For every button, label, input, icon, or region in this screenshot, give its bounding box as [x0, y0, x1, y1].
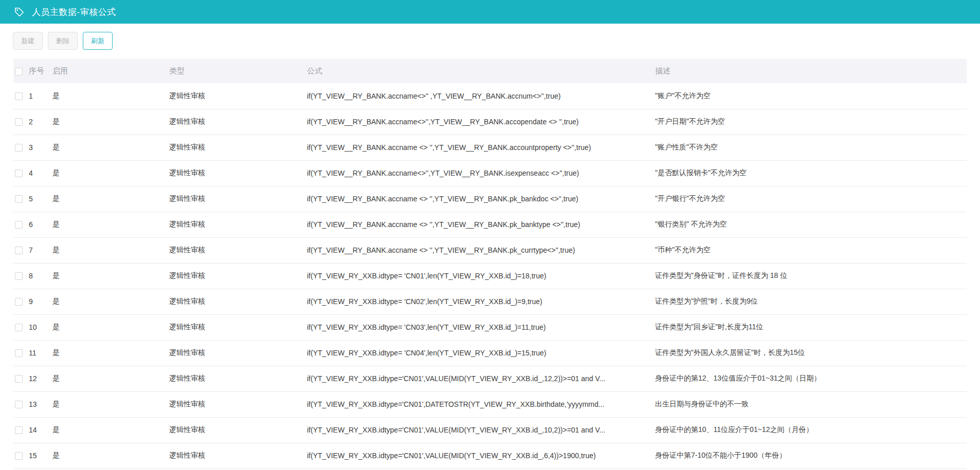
row-checkbox[interactable] [15, 324, 23, 331]
cell-no: 8 [29, 263, 52, 289]
cell-formula: if(YT_VIEW__RY_BANK.accname <> '',YT_VIE… [307, 135, 655, 160]
table-row[interactable]: 13是逻辑性审核if(YT_VIEW_RY_XXB.idtype='CN01',… [13, 391, 967, 417]
table-row[interactable]: 11是逻辑性审核if(YT_VIEW_RY_XXB.idtype= 'CN04'… [13, 340, 967, 366]
cell-enabled: 是 [52, 212, 169, 237]
table-row[interactable]: 2是逻辑性审核if(YT_VIEW__RY_BANK.accname<>'',Y… [13, 109, 967, 135]
cell-desc: 证件类型为"护照"时，长度为9位 [655, 289, 967, 314]
cell-desc: "账户性质"不许为空 [655, 135, 967, 160]
cell-no: 15 [29, 443, 52, 468]
cell-formula: if(YT_VIEW__RY_BANK.accname <> '',YT_VIE… [307, 212, 655, 237]
column-header-formula: 公式 [307, 59, 655, 83]
row-checkbox[interactable] [15, 426, 23, 434]
cell-formula: if(YT_VIEW__RY_BANK.accname<>'',YT_VIEW_… [307, 109, 655, 135]
table-row[interactable]: 10是逻辑性审核if(YT_VIEW_RY_XXB.idtype= 'CN03'… [13, 314, 967, 340]
cell-checkbox [13, 366, 29, 391]
row-checkbox[interactable] [15, 221, 23, 229]
cell-formula: if(YT_VIEW_RY_XXB.idtype='CN01',DATETOST… [307, 391, 655, 417]
cell-enabled: 是 [52, 109, 169, 135]
table-row[interactable]: 1是逻辑性审核if(YT_VIEW__RY_BANK.accname<>'' ,… [13, 83, 967, 109]
table-row[interactable]: 4是逻辑性审核if(YT_VIEW__RY_BANK.accname<>'',Y… [13, 160, 967, 186]
cell-checkbox [13, 340, 29, 366]
row-checkbox[interactable] [15, 349, 23, 357]
row-checkbox[interactable] [15, 170, 23, 177]
cell-type: 逻辑性审核 [169, 366, 307, 391]
table-row[interactable]: 14是逻辑性审核if(YT_VIEW_RY_XXB.idtype='CN01',… [13, 417, 967, 443]
cell-formula: if(YT_VIEW_RY_XXB.idtype='CN01',VALUE(MI… [307, 417, 655, 443]
table-row[interactable]: 6是逻辑性审核if(YT_VIEW__RY_BANK.accname <> ''… [13, 212, 967, 237]
formula-table: 序号 启用 类型 公式 描述 1是逻辑性审核if(YT_VIEW__RY_BAN… [13, 59, 967, 469]
column-header-enabled: 启用 [52, 59, 169, 83]
row-checkbox[interactable] [15, 375, 23, 383]
table-body: 1是逻辑性审核if(YT_VIEW__RY_BANK.accname<>'' ,… [13, 83, 967, 468]
cell-enabled: 是 [52, 289, 169, 314]
cell-no: 11 [29, 340, 52, 366]
cell-formula: if(YT_VIEW_RY_XXB.idtype= 'CN03',len(YT_… [307, 314, 655, 340]
refresh-button[interactable]: 刷新 [83, 32, 113, 50]
cell-desc: "账户"不允许为空 [655, 83, 967, 109]
row-checkbox[interactable] [15, 144, 23, 152]
table-row[interactable]: 12是逻辑性审核if(YT_VIEW_RY_XXB.idtype='CN01',… [13, 366, 967, 391]
table-row[interactable]: 8是逻辑性审核if(YT_VIEW_RY_XXB.idtype= 'CN01',… [13, 263, 967, 289]
cell-checkbox [13, 186, 29, 212]
cell-checkbox [13, 391, 29, 417]
cell-type: 逻辑性审核 [169, 340, 307, 366]
cell-type: 逻辑性审核 [169, 443, 307, 468]
cell-formula: if(YT_VIEW__RY_BANK.accname<>'' ,YT_VIEW… [307, 83, 655, 109]
column-header-type: 类型 [169, 59, 307, 83]
row-checkbox[interactable] [15, 452, 23, 460]
tag-icon [14, 7, 25, 17]
toolbar: 新建 删除 刷新 [13, 32, 118, 50]
cell-type: 逻辑性审核 [169, 109, 307, 135]
delete-button[interactable]: 删除 [48, 32, 78, 50]
row-checkbox[interactable] [15, 195, 23, 203]
cell-checkbox [13, 212, 29, 237]
row-checkbox[interactable] [15, 118, 23, 126]
cell-type: 逻辑性审核 [169, 135, 307, 160]
row-checkbox[interactable] [15, 401, 23, 408]
table-row[interactable]: 9是逻辑性审核if(YT_VIEW_RY_XXB.idtype= 'CN02',… [13, 289, 967, 314]
cell-formula: if(YT_VIEW__RY_BANK.accname<>'',YT_VIEW_… [307, 160, 655, 186]
cell-desc: "币种"不允许为空 [655, 237, 967, 263]
cell-enabled: 是 [52, 263, 169, 289]
cell-desc: "开户日期"不允许为空 [655, 109, 967, 135]
row-checkbox[interactable] [15, 298, 23, 306]
row-checkbox[interactable] [15, 272, 23, 280]
cell-no: 5 [29, 186, 52, 212]
cell-type: 逻辑性审核 [169, 186, 307, 212]
cell-checkbox [13, 109, 29, 135]
page-title: 人员主数据-审核公式 [32, 6, 116, 18]
cell-no: 6 [29, 212, 52, 237]
table-row[interactable]: 3是逻辑性审核if(YT_VIEW__RY_BANK.accname <> ''… [13, 135, 967, 160]
cell-enabled: 是 [52, 83, 169, 109]
table-row[interactable]: 15是逻辑性审核if(YT_VIEW_RY_XXB.idtype='CN01',… [13, 443, 967, 468]
new-button[interactable]: 新建 [13, 32, 43, 50]
cell-enabled: 是 [52, 391, 169, 417]
cell-type: 逻辑性审核 [169, 83, 307, 109]
cell-checkbox [13, 160, 29, 186]
row-checkbox[interactable] [15, 92, 23, 100]
cell-checkbox [13, 443, 29, 468]
cell-formula: if(YT_VIEW_RY_XXB.idtype= 'CN01',len(YT_… [307, 263, 655, 289]
row-checkbox[interactable] [15, 247, 23, 254]
cell-enabled: 是 [52, 443, 169, 468]
cell-type: 逻辑性审核 [169, 237, 307, 263]
cell-type: 逻辑性审核 [169, 160, 307, 186]
cell-enabled: 是 [52, 135, 169, 160]
cell-formula: if(YT_VIEW_RY_XXB.idtype= 'CN02',len(YT_… [307, 289, 655, 314]
cell-no: 1 [29, 83, 52, 109]
table-row[interactable]: 7是逻辑性审核if(YT_VIEW__RY_BANK.accname <> ''… [13, 237, 967, 263]
cell-type: 逻辑性审核 [169, 314, 307, 340]
cell-enabled: 是 [52, 417, 169, 443]
cell-formula: if(YT_VIEW_RY_XXB.idtype= 'CN04',len(YT_… [307, 340, 655, 366]
select-all-checkbox[interactable] [15, 68, 23, 76]
cell-desc: 出生日期与身份证中的不一致 [655, 391, 967, 417]
cell-desc: 身份证中第7-10位不能小于1900（年份） [655, 443, 967, 468]
cell-type: 逻辑性审核 [169, 289, 307, 314]
cell-checkbox [13, 314, 29, 340]
cell-formula: if(YT_VIEW__RY_BANK.accname <> '',YT_VIE… [307, 237, 655, 263]
cell-no: 7 [29, 237, 52, 263]
cell-desc: 身份证中的第10、11位应介于01~12之间（月份） [655, 417, 967, 443]
cell-formula: if(YT_VIEW_RY_XXB.idtype='CN01',VALUE(MI… [307, 443, 655, 468]
table-row[interactable]: 5是逻辑性审核if(YT_VIEW__RY_BANK.accname <> ''… [13, 186, 967, 212]
cell-formula: if(YT_VIEW_RY_XXB.idtype='CN01',VALUE(MI… [307, 366, 655, 391]
